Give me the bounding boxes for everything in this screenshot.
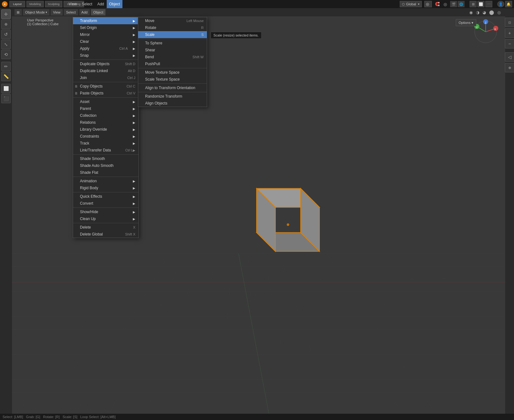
viewport-shading-material[interactable]: ◑ — [475, 9, 480, 15]
submenu-shear[interactable]: Shear — [138, 47, 207, 54]
menu-item-duplicate-linked[interactable]: Duplicate Linked Alt D — [73, 67, 138, 74]
world-icon[interactable]: 🌐 — [458, 1, 465, 7]
rotate-tool[interactable]: ↺ — [1, 30, 11, 39]
submenu-move[interactable]: Move Left Mouse — [138, 17, 207, 24]
viewport-select-menu[interactable]: Select — [64, 9, 78, 15]
menu-item-clear[interactable]: Clear ▶ — [73, 38, 138, 45]
viewport-view-menu[interactable]: View — [51, 9, 63, 15]
options-button[interactable]: Options ▾ — [456, 19, 476, 26]
measure-tool[interactable]: 📏 — [1, 72, 11, 81]
proportional-icon[interactable]: ◎ — [443, 1, 448, 7]
blender-logo-icon[interactable]: ● — [2, 1, 8, 7]
menu-add[interactable]: Add — [95, 0, 106, 8]
scene-icon[interactable]: 🎬 — [450, 1, 457, 7]
menu-item-quick-effects[interactable]: Quick Effects ▶ — [73, 193, 138, 200]
shade-flat-label: Shade Flat — [80, 170, 98, 175]
menu-item-shade-flat[interactable]: Shade Flat — [73, 169, 138, 176]
relations-arrow: ▶ — [133, 121, 135, 124]
constraints-arrow: ▶ — [133, 135, 135, 138]
menu-item-join[interactable]: Join Ctrl J — [73, 74, 138, 81]
menu-object[interactable]: Object — [107, 0, 123, 8]
cube-svg — [244, 163, 332, 264]
options-label[interactable]: Options ▾ — [456, 19, 476, 26]
viewport-shading-render[interactable]: ◕ — [482, 9, 487, 15]
menu-item-copy-objects[interactable]: 🗎 Copy Objects Ctrl C — [73, 83, 138, 90]
menu-item-shade-auto-smooth[interactable]: Shade Auto Smooth — [73, 162, 138, 169]
menu-item-track[interactable]: Track ▶ — [73, 140, 138, 147]
menu-item-delete-global[interactable]: Delete Global Shift X — [73, 231, 138, 238]
zoom-in-icon[interactable]: + — [505, 28, 514, 38]
menu-item-convert[interactable]: Convert ▶ — [73, 200, 138, 207]
menu-item-duplicate-objects[interactable]: Duplicate Objects Shift D — [73, 60, 138, 67]
extrude-tool[interactable]: ⬛ — [1, 94, 11, 103]
viewport-3d[interactable]: ⊞ Object Mode ▾ View Select Add Object ◉… — [12, 8, 514, 420]
modeling-icon[interactable]: Modeling — [26, 1, 44, 7]
viewport-shading-solid[interactable]: ◉ — [469, 9, 473, 15]
submenu-align-objects[interactable]: Align Objects — [138, 100, 207, 107]
menu-item-delete[interactable]: Delete X — [73, 224, 138, 231]
add-cube-tool[interactable]: ⬜ — [1, 84, 11, 93]
full-screen-icon[interactable]: ⬜ — [477, 1, 484, 7]
cursor-icon[interactable]: ⊕ — [505, 63, 514, 72]
cube-object[interactable] — [244, 163, 332, 265]
menu-item-library-override[interactable]: Library Override ▶ — [73, 126, 138, 133]
submenu-bend[interactable]: Bend Shift W — [138, 54, 207, 60]
move-texture-label: Move Texture Space — [145, 70, 179, 75]
viewport-mode-selector[interactable]: Object Mode ▾ — [23, 9, 49, 15]
user-icon[interactable]: 👤 — [497, 1, 504, 7]
scale-tool[interactable]: ⤡ — [1, 40, 11, 49]
menu-item-set-origin[interactable]: Set Origin ▶ — [73, 24, 138, 31]
viewport-editor-type[interactable]: ⊞ — [14, 9, 22, 15]
submenu-scale-texture[interactable]: Scale Texture Space — [138, 76, 207, 83]
menu-item-parent[interactable]: Parent ▶ — [73, 105, 138, 112]
editor-type-icon[interactable]: ⊞ — [470, 1, 477, 7]
submenu-randomize[interactable]: Randomize Transform — [138, 93, 207, 100]
zoom-out-icon[interactable]: − — [505, 39, 514, 48]
menu-item-paste-objects[interactable]: 🗎 Paste Objects Ctrl V — [73, 90, 138, 97]
layout-icon[interactable]: Layout — [9, 1, 25, 7]
snap-icon[interactable]: 🧲 — [434, 1, 440, 7]
submenu-rotate[interactable]: Rotate R — [138, 24, 207, 31]
pivot-selector[interactable]: ◎ — [424, 1, 432, 7]
viewport-add-menu[interactable]: Add — [79, 9, 90, 15]
annotate-tool[interactable]: ✏ — [1, 62, 11, 71]
submenu-move-texture[interactable]: Move Texture Space — [138, 69, 207, 76]
menu-item-show-hide[interactable]: Show/Hide ▶ — [73, 208, 138, 215]
submenu-to-sphere[interactable]: To Sphere — [138, 40, 207, 47]
menu-view[interactable]: View — [66, 0, 79, 8]
viewport-object-menu[interactable]: Object — [91, 9, 105, 15]
toggle-sidebar-icon[interactable]: ◁ — [505, 52, 514, 62]
menu-item-link-transfer[interactable]: Link/Transfer Data Ctrl L▶ — [73, 147, 138, 154]
menu-item-shade-smooth[interactable]: Shade Smooth — [73, 155, 138, 162]
sep5 — [73, 177, 138, 177]
rotate-shortcut: R — [201, 26, 204, 30]
view-all-icon[interactable]: ⊡ — [505, 18, 514, 27]
menu-item-collection[interactable]: Collection ▶ — [73, 112, 138, 119]
transform-orientation[interactable]: ⬡ Global ▾ — [400, 1, 422, 7]
notification-icon[interactable]: 🔔 — [505, 1, 512, 7]
menu-item-apply[interactable]: Apply Ctrl A ▶ — [73, 45, 138, 52]
submenu-align-transform[interactable]: Align to Transform Orientation — [138, 84, 207, 91]
nav-gizmo[interactable]: X Y Z — [473, 19, 498, 45]
move-tool[interactable]: ⊕ — [1, 20, 11, 29]
menu-item-animation[interactable]: Animation ▶ — [73, 178, 138, 184]
area-options-icon[interactable]: ⋯ — [485, 1, 492, 7]
cursor-tool[interactable]: ✛ — [1, 9, 11, 19]
viewport-overlays[interactable]: ⬤ — [489, 9, 495, 15]
menu-item-rigid-body[interactable]: Rigid Body ▶ — [73, 184, 138, 191]
transform-tool[interactable]: ⟲ — [1, 50, 11, 59]
submenu-pushpull[interactable]: PushPull — [138, 60, 207, 67]
menu-item-relations[interactable]: Relations ▶ — [73, 119, 138, 126]
viewport-xray[interactable]: ◎ — [497, 9, 501, 15]
menu-item-constraints[interactable]: Constraints ▶ — [73, 133, 138, 140]
menu-item-transform[interactable]: Transform ▶ — [73, 17, 138, 24]
menu-select[interactable]: Select — [79, 0, 95, 8]
submenu-scale[interactable]: Scale S — [138, 31, 207, 38]
track-label: Track — [80, 141, 89, 145]
sculpting-icon[interactable]: Sculpting — [45, 1, 62, 7]
menu-item-asset[interactable]: Asset ▶ — [73, 98, 138, 105]
menu-item-clean-up[interactable]: Clean Up ▶ — [73, 215, 138, 222]
menu-item-mirror[interactable]: Mirror ▶ — [73, 31, 138, 38]
menu-item-snap[interactable]: Snap ▶ — [73, 52, 138, 59]
library-override-label: Library Override — [80, 127, 107, 132]
